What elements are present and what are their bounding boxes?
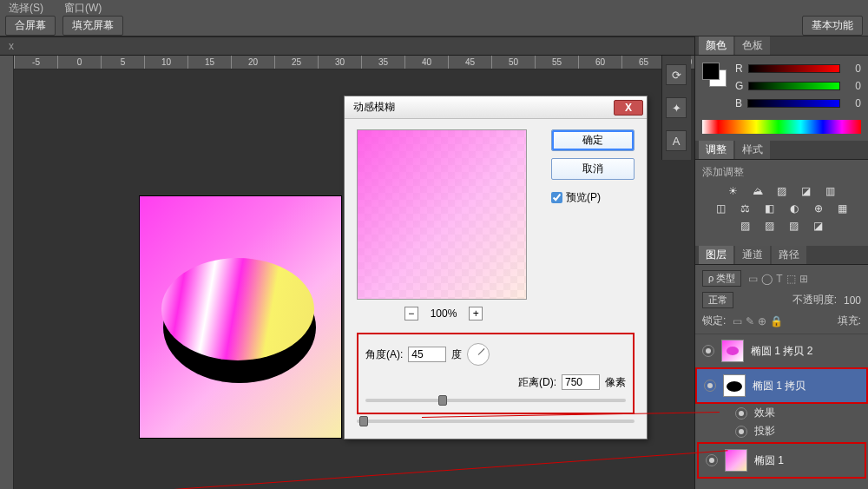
g-value: 0 (845, 80, 861, 92)
add-adjustment-label: 添加调整 (702, 165, 861, 180)
r-slider[interactable] (748, 64, 840, 73)
opacity-value[interactable]: 100 (844, 294, 861, 307)
layer-fx-item[interactable]: 投影 (695, 422, 868, 440)
layer-name[interactable]: 椭圆 1 拷贝 (753, 379, 806, 393)
filter-smart-icon[interactable]: ⊞ (799, 273, 808, 285)
b-value: 0 (845, 97, 861, 109)
adjust-panel-tabs: 调整 样式 (695, 141, 868, 160)
tab-swatches[interactable]: 色板 (735, 36, 770, 55)
tab-paths[interactable]: 路径 (772, 246, 806, 264)
zoom-out-button[interactable]: − (404, 307, 418, 320)
ok-button[interactable]: 确定 (551, 129, 635, 151)
history-icon[interactable]: ⟳ (666, 64, 687, 85)
tab-adjustments[interactable]: 调整 (699, 141, 733, 159)
distance-slider[interactable] (365, 399, 626, 402)
layer-filter-type[interactable]: ρ 类型 (702, 270, 741, 287)
layers-options: ρ 类型 ▭ ◯ T ⬚ ⊞ 正常 不透明度: 100 锁定: ▭ ✎ ⊕ 🔒 … (695, 265, 868, 334)
tab-layers[interactable]: 图层 (699, 246, 733, 264)
document-tab[interactable]: x (0, 38, 23, 54)
dialog-titlebar[interactable]: 动感模糊 X (345, 96, 647, 119)
distance-unit: 像素 (605, 375, 626, 390)
filter-type-icon[interactable]: T (776, 273, 782, 285)
channelmixer-icon[interactable]: ⊕ (811, 202, 826, 215)
posterize-icon[interactable]: ▨ (762, 220, 778, 232)
photofilter-icon[interactable]: ◐ (786, 202, 802, 215)
g-slider[interactable] (748, 82, 840, 90)
properties-icon[interactable]: ✦ (666, 97, 687, 118)
angle-input[interactable] (408, 347, 446, 362)
visibility-icon[interactable] (706, 454, 718, 466)
colorlookup-icon[interactable]: ▦ (835, 202, 851, 215)
angle-dial[interactable] (467, 343, 490, 366)
preview-thumbnail[interactable] (357, 129, 527, 300)
lock-paint-icon[interactable]: ✎ (746, 315, 754, 327)
layer-thumb[interactable] (721, 340, 744, 362)
menu-item[interactable]: 窗口(W) (64, 1, 102, 16)
visibility-icon[interactable] (702, 345, 714, 357)
visibility-icon[interactable] (704, 380, 716, 392)
visibility-icon[interactable] (735, 426, 747, 438)
lock-trans-icon[interactable]: ▭ (733, 315, 742, 327)
menu-item[interactable]: 选择(S) (9, 1, 43, 16)
close-tab-icon[interactable]: x (9, 40, 14, 52)
colorbalance-icon[interactable]: ⚖ (738, 202, 753, 215)
angle-label: 角度(A): (365, 347, 403, 362)
layer-fx-row[interactable]: 效果 (695, 404, 868, 422)
distance-input[interactable] (562, 374, 600, 390)
vibrance-icon[interactable]: ▥ (823, 185, 838, 197)
tab-color[interactable]: 颜色 (699, 36, 733, 55)
zoom-in-button[interactable]: + (469, 307, 483, 320)
ruler-tick: 40 (404, 56, 448, 69)
preview-checkbox[interactable]: 预览(P) (551, 190, 635, 205)
dialog-close-button[interactable]: X (614, 100, 643, 116)
opacity-label: 不透明度: (792, 293, 837, 307)
layer-thumb[interactable] (725, 449, 747, 472)
exposure-icon[interactable]: ◪ (799, 185, 814, 197)
workspace-switcher[interactable]: 基本功能 (802, 16, 863, 36)
filter-shape-icon[interactable]: ⬚ (786, 273, 796, 285)
gradientmap-icon[interactable]: ◪ (811, 220, 826, 232)
ellipse-shape (161, 258, 314, 360)
distance-label: 距离(D): (518, 375, 556, 390)
threshold-icon[interactable]: ▨ (786, 220, 802, 232)
filter-adjust-icon[interactable]: ◯ (761, 273, 773, 285)
fx-dropshadow-label: 投影 (754, 424, 775, 439)
bw-icon[interactable]: ◧ (762, 202, 778, 215)
fg-color-swatch[interactable] (702, 63, 720, 80)
fit-screen-button[interactable]: 合屏幕 (5, 16, 56, 36)
invert-icon[interactable]: ▨ (738, 220, 753, 232)
fgbg-swatches[interactable] (702, 63, 727, 87)
ruler-vertical (0, 56, 14, 489)
visibility-icon[interactable] (735, 407, 747, 420)
options-bar: 合屏幕 填充屏幕 基本功能 (0, 16, 868, 36)
layer-row[interactable]: 椭圆 1 拷贝 (695, 367, 868, 404)
curves-icon[interactable]: ▨ (774, 185, 790, 197)
motion-blur-dialog: 动感模糊 X − 100% + 确定 取消 预览(P) 角度(A): 度 (344, 96, 648, 439)
fill-screen-button[interactable]: 填充屏幕 (62, 16, 123, 36)
ruler-tick: 45 (448, 56, 491, 69)
artboard (139, 195, 342, 439)
levels-icon[interactable]: ⛰ (750, 185, 766, 197)
cancel-button[interactable]: 取消 (551, 158, 635, 180)
brightness-icon[interactable]: ☀ (726, 185, 741, 197)
b-slider[interactable] (747, 99, 840, 108)
spectrum-ramp[interactable] (702, 120, 861, 134)
layer-name[interactable]: 椭圆 1 (754, 453, 784, 468)
preview-checkbox-input[interactable] (551, 192, 562, 203)
lock-all-icon[interactable]: 🔒 (770, 315, 783, 327)
blend-mode-select[interactable]: 正常 (702, 292, 733, 308)
layer-row[interactable]: 椭圆 1 (697, 442, 866, 479)
tab-channels[interactable]: 通道 (735, 246, 770, 264)
layer-name[interactable]: 椭圆 1 拷贝 2 (751, 344, 812, 359)
character-icon[interactable]: A (666, 130, 687, 151)
ruler-tick: 50 (491, 56, 535, 69)
lock-pos-icon[interactable]: ⊕ (758, 315, 766, 327)
layer-thumb[interactable] (723, 374, 746, 397)
angle-slider[interactable] (357, 420, 635, 423)
params-group: 角度(A): 度 距离(D): 像素 (357, 333, 635, 414)
adjust-icon-row: ☀ ⛰ ▨ ◪ ▥ (702, 185, 861, 197)
tab-styles[interactable]: 样式 (735, 141, 770, 159)
hue-icon[interactable]: ◫ (713, 202, 729, 215)
filter-pixel-icon[interactable]: ▭ (748, 273, 758, 285)
layer-row[interactable]: 椭圆 1 拷贝 2 (695, 334, 868, 367)
